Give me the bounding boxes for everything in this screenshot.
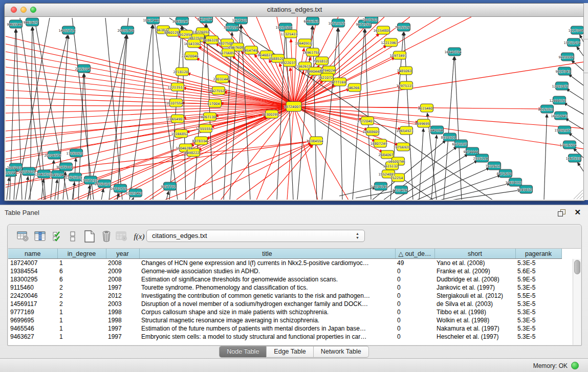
graph-node-label: 2015334 <box>75 67 90 71</box>
graph-node-label: 17359928 <box>66 151 83 156</box>
graph-node-label: 6794024 <box>320 69 335 73</box>
graph-node-label: 12505185 <box>65 176 82 180</box>
graph-node-label: 8878334 <box>192 139 207 143</box>
graph-node-label: 19384554 <box>306 139 323 143</box>
table-panel-body: f(x) citations_edges.txt ▲▼ namein_degre… <box>7 224 582 346</box>
graph-node-label: 3175685 <box>220 51 234 55</box>
tab-network-table[interactable]: Network Table <box>314 346 369 358</box>
graph-node-label: 10653247 <box>172 19 189 24</box>
new-table-icon[interactable] <box>82 229 97 244</box>
network-window: citations_edges.txt 18724007183002951938… <box>4 3 585 201</box>
float-panel-icon[interactable] <box>558 209 565 216</box>
graph-node-label: 12093872 <box>552 84 569 89</box>
graph-node-label: 9827509 <box>189 36 204 40</box>
window-title: citations_edges.txt <box>5 6 584 13</box>
show-columns-icon[interactable] <box>33 229 48 244</box>
table-select-combobox[interactable]: citations_edges.txt ▲▼ <box>146 230 365 242</box>
background-window-edge <box>583 3 588 200</box>
table-row[interactable]: 946554611997Estimation of the future num… <box>8 324 561 333</box>
table-row[interactable]: 2242004622012Investigating the contribut… <box>8 292 561 300</box>
column-header[interactable]: in_degree <box>57 249 106 259</box>
graph-node-label: 16648794 <box>444 50 461 54</box>
combobox-arrows-icon: ▲▼ <box>356 232 359 240</box>
graph-node-label: 9827508 <box>219 41 233 46</box>
graph-node-label: 8267130 <box>201 115 216 119</box>
graph-node-label: 9227343 <box>556 70 571 74</box>
graph-node-label: 417004 <box>207 102 220 106</box>
table-row[interactable]: 969969511998Structural magnetic resonanc… <box>8 316 561 324</box>
graph-node-label: 12444151 <box>549 99 566 103</box>
graph-node-label: 12555554 <box>195 127 212 131</box>
graph-node-label: 2185081 <box>7 166 22 170</box>
graph-node-label: 8186328 <box>203 38 218 42</box>
column-header[interactable]: year <box>106 249 139 259</box>
graph-node-label: 10654112 <box>505 181 522 185</box>
graph-node-label: 8413054 <box>198 17 212 21</box>
tab-edge-table[interactable]: Edge Table <box>267 346 313 358</box>
graph-node-label: 1621072 <box>318 76 333 80</box>
memory-status-label: Memory: OK <box>533 362 568 369</box>
table-row[interactable]: 911546021997Tourette syndrome. Phenomeno… <box>8 283 561 292</box>
column-header[interactable]: pagerank <box>515 249 561 259</box>
column-header[interactable]: short <box>434 249 515 259</box>
graph-node-label: 2935114 <box>473 157 488 161</box>
graph-node-label: 746266 <box>347 86 360 90</box>
window-resize-grip[interactable] <box>574 190 583 199</box>
table-row[interactable]: 1872400712008Changes of HCN gene express… <box>8 259 561 268</box>
tab-node-table[interactable]: Node Table <box>219 346 267 358</box>
selection-boxes-icon[interactable] <box>66 229 80 244</box>
graph-node-label: 8938921 <box>441 136 456 140</box>
graph-node-label: 9857791 <box>161 185 176 189</box>
graph-node-label: 19046786 <box>176 146 192 150</box>
table-scrollbar[interactable] <box>573 259 581 345</box>
table-row[interactable]: 946362711997Embryonic stem cells: a mode… <box>8 333 561 341</box>
graph-node-label: 16782759 <box>110 187 127 191</box>
graph-node-label: 10719155 <box>328 21 345 26</box>
graph-node-label: 12923468 <box>125 191 142 195</box>
column-header[interactable]: title <box>139 249 395 259</box>
network-canvas[interactable]: 1872400718300295193845549465546946362714… <box>6 17 583 200</box>
table-row[interactable]: 1456911722003Disruption of a novel membe… <box>8 300 561 308</box>
graph-node-label: 14055714 <box>58 29 75 33</box>
function-builder-icon[interactable]: f(x) <box>132 229 146 244</box>
graph-node-label: 7632621 <box>486 164 500 168</box>
graph-node-label: 15751074 <box>563 41 580 45</box>
table-row[interactable]: 977716911998Corpus callosum shape and si… <box>8 308 561 316</box>
graph-node-label: 752254 <box>390 176 403 180</box>
graph-node-label: 18107554 <box>166 101 183 105</box>
graph-node-label: 9465546 <box>7 23 22 27</box>
graph-node-label: 9860128 <box>164 31 179 35</box>
select-checked-icon[interactable] <box>51 229 65 244</box>
graph-node-label: 14136141 <box>371 185 387 189</box>
graph-node-label: 8471676 <box>497 172 512 176</box>
graph-node-label: 1145194 <box>49 173 64 177</box>
table-scrollbar-thumb[interactable] <box>574 260 580 274</box>
network-graph[interactable]: 1872400718300295193845549465546946362714… <box>6 17 583 200</box>
graph-node-label: 19218586 <box>275 26 292 30</box>
graph-node-label: 16958107 <box>94 182 111 186</box>
table-settings-icon[interactable] <box>16 229 30 244</box>
table-row[interactable]: 1938455462009Genome-wide association stu… <box>8 267 561 275</box>
delete-icon[interactable] <box>99 229 114 244</box>
window-titlebar[interactable]: citations_edges.txt <box>5 4 584 17</box>
graph-node-label: 6466161 <box>304 19 319 24</box>
graph-node-label: 8498222 <box>185 151 200 155</box>
graph-node-label: 18226058 <box>192 30 209 34</box>
graph-node-label: 1117304 <box>569 29 583 33</box>
graph-node-label: 16210643 <box>551 114 568 118</box>
node-table[interactable]: namein_degreeyeartitle△ out_de…shortpage… <box>8 248 581 345</box>
graph-node-label: 2684067 <box>379 153 394 157</box>
graph-node-label: 15720407 <box>357 119 374 123</box>
graph-node-label: 18640910 <box>295 41 312 46</box>
close-panel-icon[interactable]: ✕ <box>574 208 581 216</box>
table-row[interactable]: 1830029562008Estimation of significance … <box>8 275 561 283</box>
graph-node-label: 9245652 <box>517 188 532 192</box>
delete-table-icon[interactable] <box>115 229 129 244</box>
graph-node-label: 2718120 <box>173 70 188 74</box>
graph-node-label: 16120746 <box>388 160 405 164</box>
graph-node-label: 13325419 <box>280 32 297 36</box>
graph-node-label: 7485063 <box>397 69 412 73</box>
graph-node-label: 9474444 <box>464 150 478 154</box>
column-header[interactable]: △ out_de… <box>395 249 434 259</box>
column-header[interactable]: name <box>8 249 57 259</box>
